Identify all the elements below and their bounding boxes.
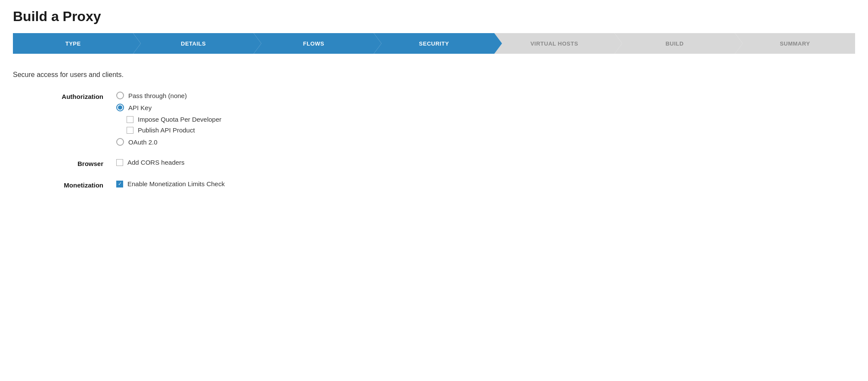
monetization-label: Monetization bbox=[30, 180, 116, 189]
radio-oauth-input[interactable] bbox=[116, 138, 124, 146]
step-summary-label: SUMMARY bbox=[780, 40, 810, 47]
monetization-row: Monetization Enable Monetization Limits … bbox=[30, 180, 855, 189]
checkbox-publish-api[interactable]: Publish API Product bbox=[127, 126, 221, 134]
step-virtual-hosts[interactable]: VIRTUAL HOSTS bbox=[494, 33, 614, 54]
checkbox-publish-api-input[interactable] bbox=[127, 127, 133, 134]
radio-api-key-label: API Key bbox=[128, 104, 152, 111]
radio-pass-through[interactable]: Pass through (none) bbox=[116, 92, 221, 99]
step-flows-label: FLOWS bbox=[303, 40, 324, 47]
step-security[interactable]: SECURITY bbox=[374, 33, 494, 54]
step-type-label: TYPE bbox=[65, 40, 81, 47]
checkbox-cors-label: Add CORS headers bbox=[127, 159, 185, 166]
checkbox-monetization-input[interactable] bbox=[116, 181, 123, 187]
step-details[interactable]: DETAILS bbox=[133, 33, 253, 54]
radio-oauth-label: OAuth 2.0 bbox=[128, 138, 158, 146]
checkbox-publish-api-label: Publish API Product bbox=[138, 126, 195, 134]
authorization-options: Pass through (none) API Key Impose Quota… bbox=[116, 92, 221, 146]
page-title: Build a Proxy bbox=[13, 9, 855, 25]
step-flows[interactable]: FLOWS bbox=[254, 33, 374, 54]
checkbox-cors[interactable]: Add CORS headers bbox=[116, 159, 185, 166]
section-subtitle: Secure access for users and clients. bbox=[13, 71, 855, 79]
browser-label: Browser bbox=[30, 159, 116, 167]
step-virtual-hosts-label: VIRTUAL HOSTS bbox=[530, 40, 578, 47]
api-key-sub-options: Impose Quota Per Developer Publish API P… bbox=[127, 116, 221, 134]
step-summary[interactable]: SUMMARY bbox=[735, 33, 855, 54]
checkbox-impose-quota[interactable]: Impose Quota Per Developer bbox=[127, 116, 221, 123]
stepper: TYPE DETAILS FLOWS SECURITY VIRTUAL HOST… bbox=[13, 33, 855, 54]
checkbox-impose-quota-label: Impose Quota Per Developer bbox=[138, 116, 221, 123]
checkbox-cors-input[interactable] bbox=[116, 159, 123, 166]
radio-api-key[interactable]: API Key bbox=[116, 104, 221, 111]
radio-pass-through-input[interactable] bbox=[116, 92, 124, 99]
radio-pass-through-label: Pass through (none) bbox=[128, 92, 187, 99]
authorization-row: Authorization Pass through (none) API Ke… bbox=[30, 92, 855, 146]
monetization-options: Enable Monetization Limits Check bbox=[116, 180, 225, 187]
authorization-label: Authorization bbox=[30, 92, 116, 100]
step-build-label: BUILD bbox=[666, 40, 684, 47]
step-security-label: SECURITY bbox=[419, 40, 449, 47]
checkbox-monetization[interactable]: Enable Monetization Limits Check bbox=[116, 180, 225, 187]
browser-options: Add CORS headers bbox=[116, 159, 185, 166]
step-details-label: DETAILS bbox=[181, 40, 206, 47]
form-section: Authorization Pass through (none) API Ke… bbox=[30, 92, 855, 189]
radio-oauth[interactable]: OAuth 2.0 bbox=[116, 138, 221, 146]
checkbox-impose-quota-input[interactable] bbox=[127, 116, 133, 123]
step-build[interactable]: BUILD bbox=[614, 33, 735, 54]
checkbox-monetization-label: Enable Monetization Limits Check bbox=[127, 180, 225, 187]
browser-row: Browser Add CORS headers bbox=[30, 159, 855, 167]
radio-api-key-input[interactable] bbox=[116, 104, 124, 111]
step-type[interactable]: TYPE bbox=[13, 33, 133, 54]
